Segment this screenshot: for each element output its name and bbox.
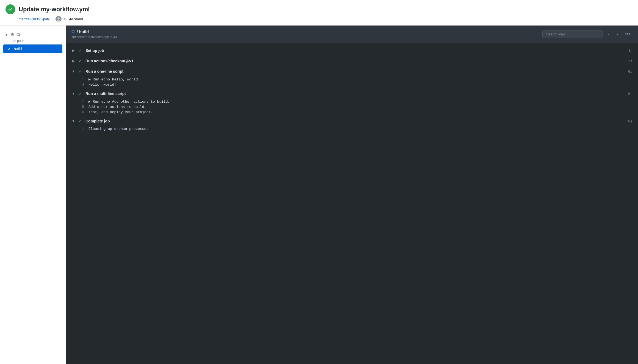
log-line: 1▶ Run echo Add other actions to build, [79, 99, 633, 104]
log-panel: CI / build succeeded 5 minutes ago in 4s… [66, 26, 638, 364]
log-line-number: 6 [79, 110, 84, 114]
job-item-build[interactable]: ✓ build [3, 44, 62, 53]
workflow-name: CI [16, 33, 20, 37]
log-breadcrumb: CI / build [71, 29, 117, 34]
branch-link[interactable]: mattdavis0351-patc… [19, 17, 53, 21]
step-check-icon: ✓ [79, 48, 82, 53]
step-row-step-oneline[interactable]: ▼✓Run a one-line script0s [66, 66, 638, 77]
chevron-right-icon: ▶ [71, 59, 75, 63]
step-row-step-setup[interactable]: ▶✓Set up job1s [66, 45, 638, 56]
log-content: ▶✓Set up job1s▶✓Run actions/checkout@v12… [66, 43, 638, 364]
check-icon [8, 7, 13, 12]
avatar [56, 16, 62, 22]
search-logs-input[interactable] [542, 30, 603, 38]
chevron-down-icon: ▼ [71, 119, 75, 123]
log-line-text: ▶ Run echo Hello, world! [88, 77, 140, 82]
commit-icon: ⊙ [64, 17, 67, 21]
log-line: 1Cleaning up orphan processes [79, 126, 633, 131]
chevron-down-icon: ▼ [71, 69, 75, 73]
log-lines-step-multiline: 1▶ Run echo Add other actions to build,5… [66, 99, 638, 116]
log-line: 6test, and deploy your project. [79, 110, 633, 115]
sidebar: ▼ ⚙ CI on: push ✓ build [0, 26, 66, 364]
log-line-text: test, and deploy your project. [88, 110, 153, 114]
log-lines-step-oneline: 1▶ Run echo Hello, world!4Hello, world! [66, 77, 638, 88]
log-line-number: 5 [79, 105, 84, 109]
log-line-number: 1 [79, 77, 84, 81]
workflow-trigger: on: push [3, 39, 62, 43]
success-badge [5, 4, 15, 14]
nav-next-button[interactable]: › [614, 31, 620, 38]
step-label: Run a one-line script [85, 69, 625, 74]
step-label: Run a multi-line script [85, 91, 625, 96]
svg-point-1 [57, 17, 60, 19]
step-row-step-complete[interactable]: ▼✓Complete job0s [66, 116, 638, 126]
log-header-right: ‹ › ••• [542, 30, 633, 38]
log-line: 5Add other actions to build, [79, 104, 633, 110]
step-time: 0s [628, 69, 633, 74]
step-label: Set up job [85, 48, 625, 53]
log-line-number: 4 [79, 83, 84, 87]
log-line-text: Add other actions to build, [88, 105, 146, 109]
step-time: 0s [628, 92, 633, 96]
log-lines-step-complete: 1Cleaning up orphan processes [66, 126, 638, 133]
ci-link[interactable]: CI [71, 29, 76, 34]
commit-hash: 4e7dab0 [69, 17, 83, 21]
page-title: Update my-workflow.yml [19, 6, 90, 13]
step-check-icon: ✓ [79, 69, 82, 74]
step-time: 1s [628, 49, 633, 53]
workflow-header[interactable]: ▼ ⚙ CI [3, 31, 62, 38]
nav-prev-button[interactable]: ‹ [606, 31, 611, 38]
chevron-down-icon: ▼ [5, 33, 8, 37]
workflow-item: ▼ ⚙ CI on: push ✓ build [0, 29, 66, 55]
job-check-icon: ✓ [8, 47, 11, 51]
svg-point-2 [57, 20, 60, 22]
log-header-left: CI / build succeeded 5 minutes ago in 4s [71, 29, 117, 39]
step-label: Run actions/checkout@v1 [85, 59, 625, 63]
step-row-step-checkout[interactable]: ▶✓Run actions/checkout@v12s [66, 56, 638, 66]
log-line-text: Hello, world! [88, 83, 116, 87]
avatar-image [56, 16, 62, 22]
step-time: 0s [628, 119, 633, 123]
log-line: 1▶ Run echo Hello, world! [79, 77, 633, 82]
more-options-button[interactable]: ••• [623, 30, 633, 38]
step-check-icon: ✓ [79, 119, 82, 124]
step-check-icon: ✓ [79, 91, 82, 96]
log-header: CI / build succeeded 5 minutes ago in 4s… [66, 26, 638, 43]
top-header: Update my-workflow.yml mattdavis0351-pat… [0, 0, 638, 26]
main-layout: ▼ ⚙ CI on: push ✓ build CI / build succe… [0, 26, 638, 364]
step-time: 2s [628, 59, 633, 63]
workflow-icon: ⚙ [10, 32, 14, 37]
step-check-icon: ✓ [79, 58, 82, 63]
log-line-number: 1 [79, 99, 84, 103]
log-line: 4Hello, world! [79, 82, 633, 87]
log-line-text: Cleaning up orphan processes [88, 127, 148, 131]
breadcrumb-separator: / [76, 29, 79, 34]
log-subtitle: succeeded 5 minutes ago in 4s [71, 35, 117, 39]
chevron-right-icon: ▶ [71, 49, 75, 52]
chevron-down-icon: ▼ [71, 92, 75, 96]
log-line-number: 1 [79, 127, 84, 131]
step-row-step-multiline[interactable]: ▼✓Run a multi-line script0s [66, 88, 638, 99]
log-line-text: ▶ Run echo Add other actions to build, [88, 99, 170, 104]
job-name: build [14, 47, 22, 51]
breadcrumb-job: build [79, 29, 89, 34]
step-label: Complete job [85, 119, 625, 123]
